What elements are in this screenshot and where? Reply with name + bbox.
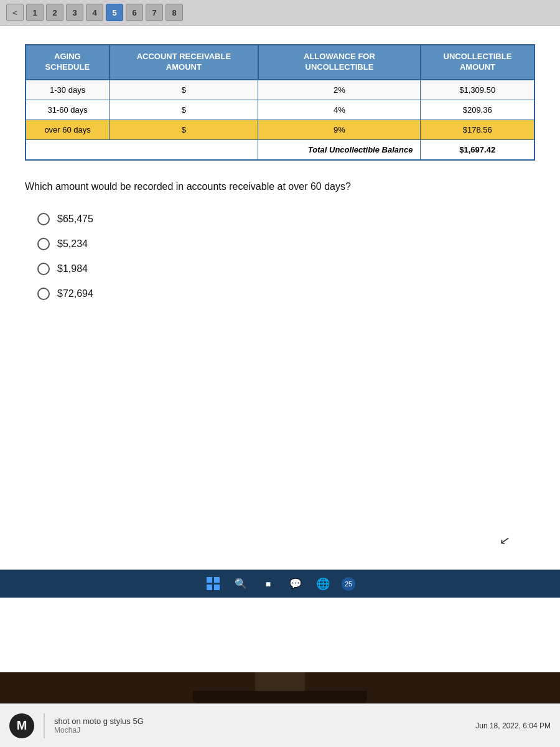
row1-uncollectible: $1,309.50 <box>421 80 534 100</box>
win-square-bl <box>207 585 212 590</box>
table-row: 1-30 days $ 2% $1,309.50 <box>26 80 534 100</box>
footer-line1: shot on moto g stylus 5G <box>54 716 466 726</box>
chat-icon[interactable]: 💬 <box>287 575 304 593</box>
nav-page-6[interactable]: 6 <box>126 4 143 21</box>
win-square-tl <box>207 577 212 583</box>
windows-icon <box>207 577 220 591</box>
option-b-label: $5,234 <box>57 238 88 250</box>
radio-b[interactable] <box>37 238 50 250</box>
nav-bar: < 1 2 3 4 5 6 7 8 <box>0 0 560 26</box>
footer-line2: MochaJ <box>54 726 466 735</box>
radio-a[interactable] <box>37 213 50 225</box>
option-c-label: $1,984 <box>57 263 88 275</box>
row2-schedule: 31-60 days <box>26 100 110 120</box>
radio-c[interactable] <box>37 263 50 275</box>
option-a-label: $65,475 <box>57 214 93 225</box>
edge-browser-icon[interactable]: 🌐 <box>314 575 332 593</box>
row3-schedule: over 60 days <box>26 120 110 139</box>
row2-allowance: 4% <box>258 100 421 120</box>
row1-schedule: 1-30 days <box>26 80 110 100</box>
option-b[interactable]: $5,234 <box>37 238 535 250</box>
row3-uncollectible: $178.56 <box>421 120 534 139</box>
col-header-ar-amount: ACCOUNT RECEIVABLEAMOUNT <box>110 45 258 80</box>
total-label: Total Uncollectible Balance <box>258 139 421 160</box>
option-d-label: $72,694 <box>57 288 93 299</box>
win-square-tr <box>214 577 220 583</box>
table-row-total: Total Uncollectible Balance $1,697.42 <box>26 139 534 160</box>
nav-page-2[interactable]: 2 <box>46 4 63 21</box>
row3-amount: $ <box>110 120 258 139</box>
stand-base <box>193 691 367 703</box>
nav-page-8[interactable]: 8 <box>166 4 183 21</box>
col-header-aging: AGINGSCHEDULE <box>26 45 110 80</box>
win-square-br <box>214 585 220 590</box>
option-c[interactable]: $1,984 <box>37 263 535 275</box>
footer-divider <box>44 713 45 738</box>
monitor-screen: < 1 2 3 4 5 6 7 8 AGINGSCHEDULE ACCOUNT … <box>0 0 560 672</box>
table-row: 31-60 days $ 4% $209.36 <box>26 100 534 120</box>
total-amount: $1,697.42 <box>421 139 534 160</box>
footer-text: shot on moto g stylus 5G MochaJ <box>54 716 466 735</box>
table-row-highlighted: over 60 days $ 9% $178.56 <box>26 120 534 139</box>
option-d[interactable]: $72,694 <box>37 288 535 300</box>
nav-prev-button[interactable]: < <box>6 4 24 21</box>
row2-uncollectible: $209.36 <box>421 100 534 120</box>
col-header-allowance: ALLOWANCE FORUNCOLLECTIBLE <box>258 45 421 80</box>
nav-page-1[interactable]: 1 <box>26 4 44 21</box>
footer-datetime: Jun 18, 2022, 6:04 PM <box>475 721 551 730</box>
options-container: $65,475 $5,234 $1,984 $72,694 <box>25 213 535 300</box>
taskbar: 🔍 ■ 💬 🌐 25 <box>0 570 560 598</box>
nav-page-3[interactable]: 3 <box>66 4 83 21</box>
col-header-uncollectible: UNCOLLECTIBLEAMOUNT <box>421 45 534 80</box>
stand-neck <box>255 672 305 691</box>
option-a[interactable]: $65,475 <box>37 213 535 225</box>
nav-page-4[interactable]: 4 <box>86 4 103 21</box>
search-taskbar-button[interactable]: 🔍 <box>232 575 250 593</box>
cursor-arrow: ↙ <box>498 532 511 549</box>
aging-schedule-table: AGINGSCHEDULE ACCOUNT RECEIVABLEAMOUNT A… <box>25 44 535 161</box>
motorola-footer: M shot on moto g stylus 5G MochaJ Jun 18… <box>0 703 560 747</box>
radio-d[interactable] <box>37 288 50 300</box>
file-icon[interactable]: ■ <box>259 575 277 593</box>
row3-allowance: 9% <box>258 120 421 139</box>
nav-page-7[interactable]: 7 <box>146 4 163 21</box>
windows-start-button[interactable] <box>205 575 222 593</box>
row1-amount: $ <box>110 80 258 100</box>
nav-page-5[interactable]: 5 <box>106 4 123 21</box>
row1-allowance: 2% <box>258 80 421 100</box>
question-text: Which amount would be recorded in accoun… <box>25 179 535 194</box>
motorola-logo: M <box>9 713 34 738</box>
row2-amount: $ <box>110 100 258 120</box>
notification-badge: 25 <box>342 577 355 591</box>
